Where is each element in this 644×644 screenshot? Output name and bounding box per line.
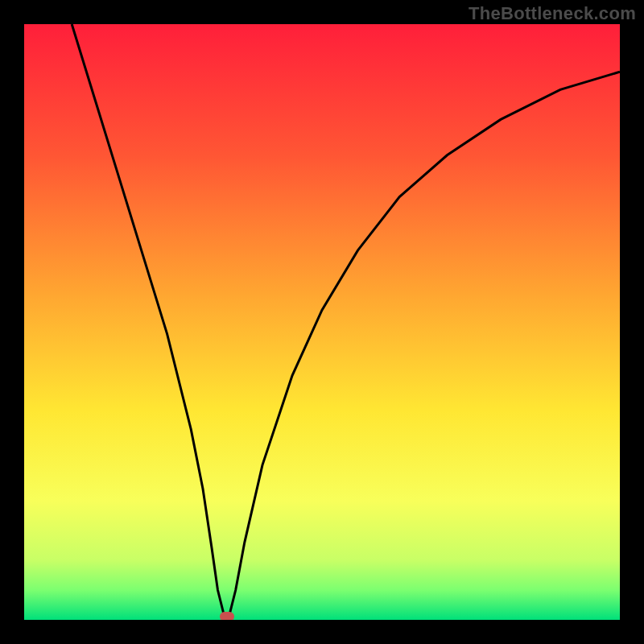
optimal-marker [220, 612, 234, 620]
bottleneck-curve-path [72, 24, 620, 617]
watermark-text: TheBottleneck.com [469, 3, 636, 24]
chart-frame: TheBottleneck.com [0, 0, 644, 644]
curve-svg [24, 24, 620, 620]
plot-area [24, 24, 620, 620]
